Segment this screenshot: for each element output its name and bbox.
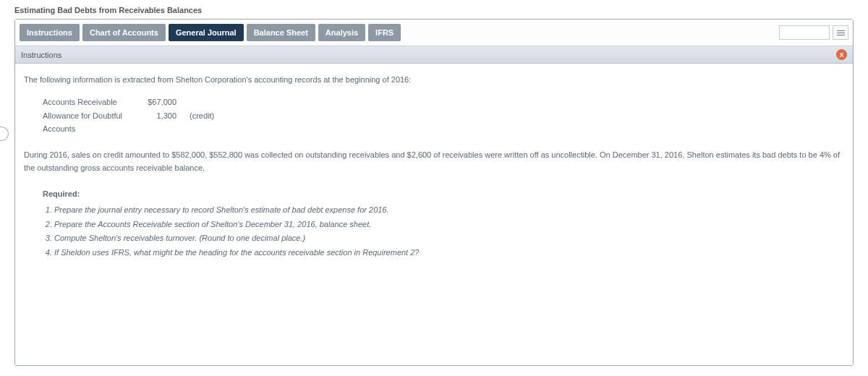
panel-header: Instructions X [15,46,853,64]
tab-balance-sheet[interactable]: Balance Sheet [247,24,315,41]
tab-general-journal[interactable]: General Journal [169,24,244,41]
panel-content: The following information is extracted f… [15,64,853,270]
list-item: If Sheldon uses IFRS, what might be the … [54,246,844,260]
panel-title: Instructions [21,51,61,59]
table-row: Accounts Receivable $67,000 [43,95,844,110]
account-value: $67,000 [137,96,176,109]
account-label: Accounts Receivable [43,96,137,109]
account-value: 1,300 [137,110,176,135]
required-list: Prepare the journal entry necessary to r… [54,203,844,260]
left-edge-handle[interactable] [0,127,9,141]
account-note: (credit) [190,110,214,135]
page-title: Estimating Bad Debts from Receivables Ba… [0,0,868,19]
tab-instructions[interactable]: Instructions [20,24,80,41]
table-row: Allowance for Doubtful Accounts 1,300 (c… [43,109,844,136]
tab-bar: Instructions Chart of Accounts General J… [15,20,853,46]
body-paragraph: During 2016, sales on credit amounted to… [24,149,844,174]
search-input[interactable] [779,25,830,40]
tab-chart-of-accounts[interactable]: Chart of Accounts [82,24,166,41]
list-item: Prepare the journal entry necessary to r… [54,203,844,218]
tab-ifrs[interactable]: IFRS [368,24,401,41]
intro-text: The following information is extracted f… [24,74,844,87]
required-block: Required: Prepare the journal entry nece… [43,188,844,260]
menu-button[interactable] [833,25,848,40]
account-label: Allowance for Doubtful Accounts [43,110,137,135]
list-item: Compute Shelton's receivables turnover. … [54,231,844,246]
accounts-table: Accounts Receivable $67,000 Allowance fo… [43,95,844,137]
tab-analysis[interactable]: Analysis [318,24,365,41]
list-item: Prepare the Accounts Receivable section … [54,218,844,232]
main-frame: Instructions Chart of Accounts General J… [14,19,854,366]
close-button[interactable]: X [836,49,847,60]
menu-icon [837,30,845,35]
required-title: Required: [43,188,844,201]
